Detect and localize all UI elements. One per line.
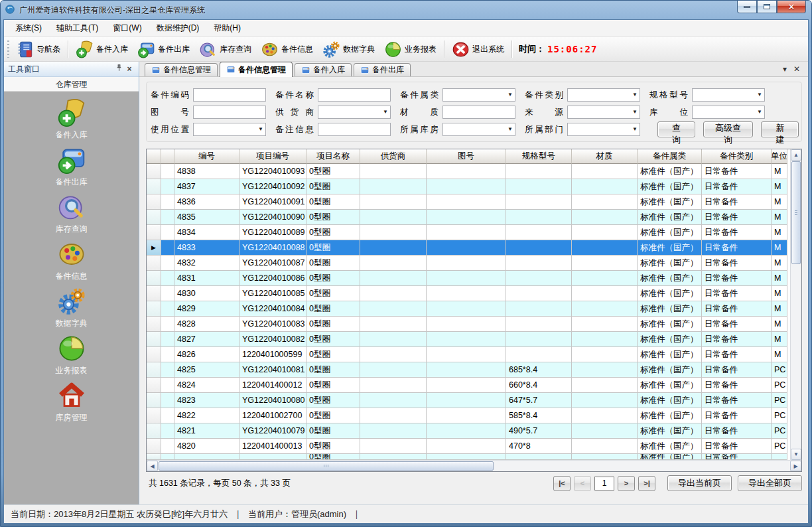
menu-item[interactable]: 辅助工具(T) [49,20,105,37]
advanced-query-button[interactable]: 高级查询 [703,121,754,137]
column-header[interactable]: 备件属类 [638,149,702,164]
sidebar-item-parts-info[interactable]: 备件信息 [4,237,139,284]
column-header-blank[interactable] [161,149,174,164]
table-row[interactable]: 4827YG122040100820型圈标准件（国产）日常备件M [147,332,790,347]
query-button[interactable]: 查询 [657,121,695,137]
input-search-field[interactable] [318,123,391,136]
menu-item[interactable]: 系统(S) [8,20,49,37]
first-page-button[interactable]: |< [553,476,571,491]
prev-page-button[interactable]: < [574,476,591,491]
toolbar-button-parts-inbound[interactable]: 备件入库 [71,38,133,60]
new-button[interactable]: 新建 [761,121,799,137]
sidebar-item-stock-query[interactable]: 库存查询 [4,190,139,237]
combo-search-field[interactable] [692,106,765,119]
tab-2[interactable]: 备件入库 [295,63,352,76]
combo-search-field[interactable] [567,106,640,119]
tab-list-dropdown-icon[interactable]: ▾ [783,64,787,74]
column-header[interactable]: 编号 [174,149,239,164]
sidebar-item-warehouse[interactable]: 库房管理 [4,378,139,425]
sidebar-item-parts-outbound[interactable]: 备件出库 [4,143,139,190]
table-row[interactable]: 4829YG122040100840型圈标准件（国产）日常备件M [147,301,790,317]
column-header-blank[interactable] [147,149,161,164]
column-header[interactable]: 备件类别 [702,149,772,164]
menu-item[interactable]: 数据维护(D) [149,20,207,37]
table-cell [360,301,427,317]
tab-0[interactable]: 备件信息管理 [145,63,218,76]
combo-search-field[interactable] [567,88,640,102]
export-current-page-button[interactable]: 导出当前页 [667,475,732,491]
table-row[interactable]: 0型圈标准件（国产）日常备件 [147,454,790,460]
toolbar-button-navigator-book[interactable]: 导航条 [11,38,65,60]
vertical-scrollbar[interactable]: ▲ ▼ [790,149,801,460]
table-row[interactable]: ▶4833YG122040100880型圈标准件（国产）日常备件M [147,240,790,256]
tab-close-icon[interactable]: ✕ [793,64,800,74]
horizontal-scrollbar[interactable]: ◀ ▶ [147,460,801,471]
scroll-down-icon[interactable]: ▼ [791,449,801,460]
input-search-field[interactable] [193,106,266,119]
table-row[interactable]: 4830YG122040100850型圈标准件（国产）日常备件M [147,286,790,301]
scroll-left-icon[interactable]: ◀ [147,461,158,471]
toolbar-button-exit[interactable]: 退出系统 [447,38,509,60]
next-page-button[interactable]: > [618,476,635,491]
input-search-field[interactable] [318,88,391,102]
page-number-input[interactable] [594,477,614,490]
input-search-field[interactable] [442,106,515,119]
combo-search-field[interactable] [692,88,765,102]
table-row[interactable]: 482412204014000120型圈660*8.4标准件（国产）日常备件PC [147,378,790,393]
table-row[interactable]: 4837YG122040100920型圈标准件（国产）日常备件M [147,179,790,194]
table-row[interactable]: 4821YG122040100790型圈490*5.7标准件（国产）日常备件PC [147,423,790,439]
column-header[interactable]: 材质 [572,149,638,164]
sidebar-close-icon[interactable]: × [124,64,135,74]
column-header[interactable]: 供货商 [360,149,427,164]
table-cell [427,393,506,408]
menu-item[interactable]: 帮助(H) [206,20,248,37]
table-row[interactable]: 4834YG122040100890型圈标准件（国产）日常备件M [147,225,790,240]
export-all-pages-button[interactable]: 导出全部页 [738,475,802,491]
toolbar-button-parts-info[interactable]: 备件信息 [256,38,318,60]
scroll-right-icon[interactable]: ▶ [790,461,801,471]
tab-1[interactable]: 备件信息管理 [220,62,293,77]
last-page-button[interactable]: >| [638,476,655,491]
maximize-button[interactable] [757,1,777,13]
sidebar-item-data-dict[interactable]: 数据字典 [4,284,139,331]
table-row[interactable]: 4828YG122040100830型圈标准件（国产）日常备件M [147,317,790,332]
table-row[interactable]: 4823YG122040100800型圈647*5.7标准件（国产）日常备件PC [147,393,790,408]
toolbar-button-data-dict[interactable]: 数据字典 [318,38,379,60]
horizontal-scroll-thumb[interactable] [159,461,494,471]
scroll-up-icon[interactable]: ▲ [791,149,801,161]
toolbar-button-parts-outbound[interactable]: 备件出库 [133,38,194,60]
pin-icon[interactable] [113,64,124,74]
column-header[interactable]: 项目名称 [306,149,360,164]
combo-search-field[interactable] [442,88,515,102]
toolbar-button-label: 备件信息 [281,44,313,55]
combo-search-field[interactable] [567,123,640,136]
column-header[interactable]: 规格型号 [506,149,572,164]
tab-3[interactable]: 备件出库 [354,63,411,76]
table-row[interactable]: 4825YG122040100810型圈685*8.4标准件（国产）日常备件PC [147,362,790,378]
table-row[interactable]: 4838YG122040100930型圈标准件（国产）日常备件M [147,164,790,179]
toolbar-grip[interactable] [7,40,9,58]
vertical-scroll-thumb[interactable] [791,161,801,264]
column-header[interactable]: 项目编号 [239,149,306,164]
sidebar-item-report[interactable]: 业务报表 [4,331,139,378]
combo-search-field[interactable] [193,123,266,136]
table-row[interactable]: 4832YG122040100870型圈标准件（国产）日常备件M [147,256,790,271]
table-row[interactable]: 482012204014000130型圈470*8标准件（国产）日常备件PC [147,439,790,454]
table-row[interactable]: 4835YG122040100900型圈标准件（国产）日常备件M [147,210,790,225]
combo-search-field[interactable] [318,106,391,119]
table-row[interactable]: 4836YG122040100910型圈标准件（国产）日常备件M [147,194,790,210]
menu-item[interactable]: 窗口(W) [105,20,149,37]
close-button[interactable]: ✕ [777,1,806,13]
toolbar-button-report[interactable]: 业务报表 [379,38,441,60]
minimize-button[interactable] [737,1,757,13]
sidebar-item-parts-inbound[interactable]: 备件入库 [4,96,139,143]
toolbar-button-stock-query[interactable]: 库存查询 [194,38,256,60]
input-search-field[interactable] [193,88,266,102]
table-row[interactable]: 4831YG122040100860型圈标准件（国产）日常备件M [147,271,790,286]
column-header[interactable]: 单位 [772,149,787,164]
table-cell: 0型圈 [306,271,360,286]
column-header[interactable]: 图号 [427,149,506,164]
combo-search-field[interactable] [442,123,515,136]
table-row[interactable]: 482212204010027000型圈585*8.4标准件（国产）日常备件PC [147,408,790,423]
table-row[interactable]: 482612204010005990型圈标准件（国产）日常备件M [147,347,790,362]
